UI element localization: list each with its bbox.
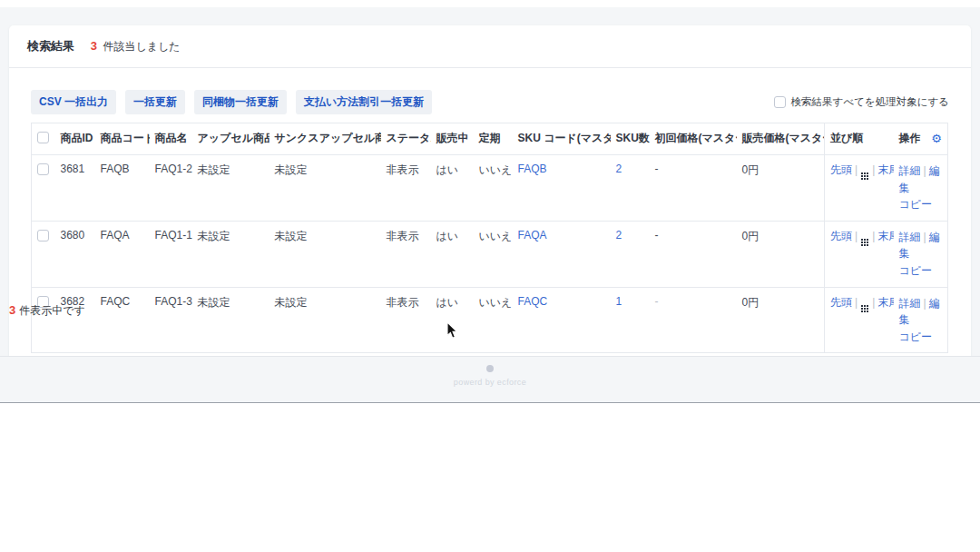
drag-handle-icon[interactable]: [861, 239, 868, 246]
screen: 検索結果 3 件該当しました CSV 一括出力 一括更新 同梱物一括更新 支払い…: [0, 0, 980, 552]
sku-code-link[interactable]: FAQB: [518, 163, 547, 175]
ecforce-logo-icon: [486, 365, 494, 372]
cell-product-code: FAQA: [95, 221, 150, 287]
drag-handle-icon[interactable]: [861, 305, 868, 312]
display-count: 3: [9, 303, 15, 317]
table-header-row: 商品ID 商品コード 商品名 アップセル商品名 サンクスアップセル商品名 ステー…: [32, 123, 948, 155]
column-settings-gear-icon[interactable]: ⚙: [931, 132, 942, 145]
copy-link[interactable]: コピー: [899, 198, 933, 211]
detail-link[interactable]: 詳細: [899, 297, 921, 310]
cell-subscription: いいえ: [474, 221, 513, 287]
cell-first-price: -: [650, 155, 737, 222]
results-count-suffix: 件該当しました: [103, 40, 180, 53]
col-sku-code: SKU コード(マスター): [513, 123, 611, 155]
cell-sort-order: 先頭||末尾: [825, 155, 894, 222]
bulk-buttons-group: CSV 一括出力 一括更新 同梱物一括更新 支払い方法割引一括更新: [31, 90, 432, 114]
cell-sale-price: 0円: [737, 155, 825, 222]
cell-actions: 詳細|編集 コピー: [894, 221, 948, 287]
cell-product-id: 3680: [55, 221, 95, 287]
separator: |: [855, 230, 858, 242]
cell-first-price: -: [650, 287, 737, 353]
copy-link[interactable]: コピー: [899, 330, 933, 343]
col-product-id: 商品ID: [55, 123, 95, 155]
results-count: 3: [91, 39, 97, 53]
cell-upsell-name: 未設定: [192, 287, 270, 353]
results-header: 検索結果 3 件該当しました: [9, 25, 971, 68]
separator: |: [872, 230, 875, 242]
detail-link[interactable]: 詳細: [899, 164, 921, 177]
col-actions: 操作: [899, 131, 921, 146]
sort-last-link[interactable]: 末尾: [877, 163, 893, 176]
separator: |: [924, 164, 926, 177]
table-row: 3680 FAQA FAQ1-1 未設定 未設定 非表示 はい いいえ FAQA…: [32, 221, 948, 287]
col-thanks-upsell-name: サンクスアップセル商品名: [270, 123, 381, 155]
row-checkbox[interactable]: [37, 230, 49, 242]
page-footer: powerd by ecforce: [0, 356, 980, 403]
sku-code-link[interactable]: FAQA: [518, 229, 547, 242]
display-count-summary: 3件表示中です: [9, 303, 85, 319]
col-product-name: 商品名: [150, 123, 192, 155]
row-checkbox[interactable]: [37, 163, 49, 175]
col-status: ステータス: [381, 123, 431, 155]
cell-on-sale: はい: [431, 155, 474, 222]
cell-sort-order: 先頭||末尾: [825, 221, 894, 287]
copy-link[interactable]: コピー: [899, 264, 933, 277]
products-table: 商品ID 商品コード 商品名 アップセル商品名 サンクスアップセル商品名 ステー…: [31, 123, 948, 353]
sort-first-link[interactable]: 先頭: [830, 163, 852, 176]
cell-sort-order: 先頭||末尾: [825, 287, 894, 353]
cell-sale-price: 0円: [737, 221, 825, 287]
header-select-checkbox[interactable]: [37, 132, 49, 143]
col-sku-count: SKU数: [611, 123, 650, 155]
drag-handle-icon[interactable]: [861, 172, 868, 180]
cell-product-id: 3681: [55, 155, 95, 222]
sort-first-link[interactable]: 先頭: [830, 296, 852, 309]
sort-last-link[interactable]: 末尾: [877, 230, 893, 242]
cell-product-name: FAQ1-1: [150, 221, 192, 287]
powered-by-text: powerd by ecforce: [0, 378, 980, 387]
separator: |: [872, 296, 875, 309]
cell-product-code: FAQC: [95, 287, 150, 353]
sku-count-link[interactable]: 2: [616, 229, 622, 242]
select-all-results[interactable]: 検索結果すべてを処理対象にする: [774, 95, 949, 109]
detail-link[interactable]: 詳細: [899, 231, 921, 243]
col-sale-price: 販売価格(マスター): [737, 123, 825, 155]
col-first-price: 初回価格(マスター): [650, 123, 737, 155]
col-subscription: 定期: [474, 123, 513, 155]
cell-thanks-upsell-name: 未設定: [270, 155, 381, 222]
bundle-bulk-update-button[interactable]: 同梱物一括更新: [194, 90, 287, 114]
csv-export-button[interactable]: CSV 一括出力: [31, 90, 116, 114]
cell-thanks-upsell-name: 未設定: [270, 221, 381, 287]
cell-status: 非表示: [381, 155, 431, 222]
sort-first-link[interactable]: 先頭: [830, 230, 852, 242]
cell-product-name: FAQ1-2: [150, 155, 192, 222]
sku-code-link[interactable]: FAQC: [518, 295, 548, 308]
separator: |: [855, 296, 858, 309]
payment-discount-bulk-update-button[interactable]: 支払い方法割引一括更新: [296, 90, 432, 114]
bulk-update-button[interactable]: 一括更新: [125, 90, 185, 114]
col-upsell-name: アップセル商品名: [192, 123, 270, 155]
select-all-results-checkbox[interactable]: [774, 96, 786, 108]
separator: |: [924, 297, 926, 310]
cell-status: 非表示: [381, 287, 431, 353]
separator: |: [855, 163, 858, 176]
search-results-card: 検索結果 3 件該当しました CSV 一括出力 一括更新 同梱物一括更新 支払い…: [9, 25, 971, 388]
cell-product-id: 3682: [55, 287, 95, 353]
cell-upsell-name: 未設定: [192, 155, 270, 222]
cell-subscription: いいえ: [474, 155, 513, 222]
cell-thanks-upsell-name: 未設定: [270, 287, 381, 353]
sku-count-link[interactable]: 2: [616, 163, 622, 175]
sort-last-link[interactable]: 末尾: [877, 296, 893, 309]
bulk-actions-toolbar: CSV 一括出力 一括更新 同梱物一括更新 支払い方法割引一括更新 検索結果すべ…: [31, 90, 949, 114]
cell-first-price: -: [650, 221, 737, 287]
display-count-suffix: 件表示中です: [19, 304, 85, 317]
cell-status: 非表示: [381, 221, 431, 287]
cell-product-code: FAQB: [95, 155, 150, 222]
cell-sale-price: 0円: [737, 287, 825, 353]
col-product-code: 商品コード: [95, 123, 150, 155]
sku-count-link[interactable]: 1: [616, 295, 622, 308]
cell-product-name: FAQ1-3: [150, 287, 192, 353]
col-sort-order: 並び順: [825, 123, 894, 155]
results-title: 検索結果: [27, 39, 74, 53]
select-all-results-label: 検索結果すべてを処理対象にする: [791, 95, 949, 109]
mouse-cursor: [446, 321, 459, 340]
